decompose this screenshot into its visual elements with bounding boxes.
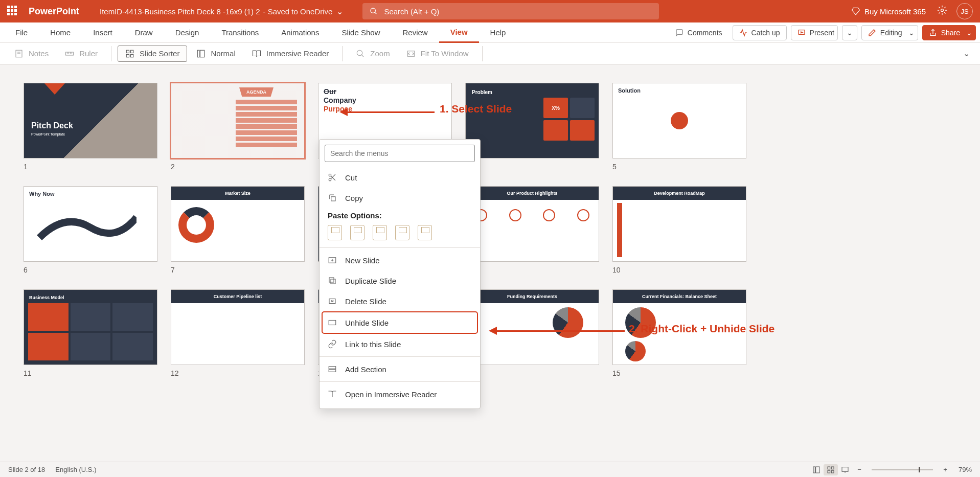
svg-rect-26 (331, 197, 335, 201)
zoom-out-button[interactable]: − (852, 464, 867, 475)
annotation-arrowhead-1 (339, 108, 348, 116)
zoom-slider[interactable] (872, 469, 933, 470)
tab-draw[interactable]: Draw (124, 22, 164, 43)
slide-thumbnail-4[interactable]: ProblemX% (465, 83, 599, 158)
svg-line-20 (362, 55, 364, 57)
fit-icon (406, 49, 416, 58)
slide-thumbnail-6[interactable]: Why Now (24, 186, 157, 262)
comments-button[interactable]: Comments (669, 25, 728, 40)
share-button[interactable]: Share ⌄ (922, 25, 976, 40)
present-button[interactable]: Present (791, 25, 838, 40)
slide-thumbnail-1[interactable]: Pitch DeckPowerPoint Template (24, 83, 157, 158)
menu-delete-slide[interactable]: Delete Slide (320, 291, 480, 311)
svg-rect-8 (66, 52, 74, 55)
pulse-icon (739, 29, 747, 37)
normal-icon (196, 49, 206, 58)
chevron-down-icon: ⌄ (336, 7, 343, 16)
paste-options-label: Paste Options: (320, 208, 480, 222)
slide-thumbnail-7[interactable]: Market Size (171, 186, 305, 262)
chevron-down-icon: ⌄ (847, 29, 853, 37)
svg-rect-31 (329, 278, 334, 282)
tab-help[interactable]: Help (479, 22, 517, 43)
tab-transitions[interactable]: Transitions (210, 22, 270, 43)
app-name: PowerPoint (29, 6, 79, 17)
immersive-reader-button[interactable]: Immersive Reader (245, 46, 336, 62)
tab-insert[interactable]: Insert (82, 22, 124, 43)
user-avatar[interactable]: JS (956, 3, 973, 19)
book-icon (252, 49, 261, 58)
menu-add-section[interactable]: Add Section (320, 359, 480, 379)
document-title[interactable]: ItemID-4413-Business Pitch Deck 8 -16x9 … (100, 7, 343, 16)
menu-duplicate-slide[interactable]: Duplicate Slide (320, 270, 480, 291)
tab-review[interactable]: Review (391, 22, 439, 43)
paste-option-2[interactable] (350, 225, 364, 240)
scissors-icon (328, 173, 337, 182)
zoom-icon (356, 49, 365, 58)
svg-rect-14 (131, 50, 133, 53)
annotation-arrow-1 (348, 111, 435, 113)
tab-design[interactable]: Design (164, 22, 211, 43)
search-input[interactable]: Search (Alt + Q) (362, 3, 659, 19)
menu-cut[interactable]: Cut (320, 167, 480, 188)
annotation-step1: 1. Select Slide (440, 103, 512, 115)
svg-point-19 (357, 50, 363, 56)
menu-new-slide[interactable]: New Slide (320, 250, 480, 270)
slide-number: 5 (612, 163, 746, 171)
slide-thumbnail-9[interactable]: Our Product Highlights (465, 186, 599, 262)
buy-microsoft-365-button[interactable]: Buy Microsoft 365 (851, 7, 926, 16)
app-launcher-icon[interactable] (7, 6, 18, 17)
svg-rect-43 (831, 470, 834, 473)
menu-immersive-reader[interactable]: Open in Immersive Reader (320, 384, 480, 404)
slide-sorter-button[interactable]: Slide Sorter (118, 46, 187, 62)
tab-view[interactable]: View (439, 22, 479, 43)
slide-number: 6 (24, 266, 157, 274)
language-status[interactable]: English (U.S.) (55, 466, 96, 473)
svg-rect-38 (813, 467, 815, 473)
slide-number: 1 (24, 163, 157, 171)
present-dropdown[interactable]: ⌄ (842, 25, 857, 40)
paste-option-1[interactable] (328, 225, 342, 240)
svg-rect-17 (198, 50, 200, 57)
paste-option-3[interactable] (373, 225, 387, 240)
slide-thumbnail-5[interactable]: Solution (612, 83, 746, 158)
slide-number: 10 (612, 266, 746, 274)
svg-rect-39 (816, 467, 819, 473)
slide-thumbnail-14[interactable]: Funding Requirements (465, 289, 599, 365)
slideshow-view-icon[interactable] (838, 464, 852, 475)
svg-rect-18 (200, 50, 204, 57)
menu-unhide-slide[interactable]: Unhide Slide (323, 312, 477, 333)
sorter-view-icon[interactable] (824, 464, 838, 475)
slide-count-status[interactable]: Slide 2 of 18 (8, 466, 45, 473)
tab-home[interactable]: Home (39, 22, 82, 43)
annotation-arrow-2 (497, 330, 625, 332)
normal-view-button[interactable]: Normal (189, 46, 242, 62)
tab-file[interactable]: File (4, 22, 39, 43)
slide-thumbnail-12[interactable]: Customer Pipeline list (171, 289, 305, 365)
copy-icon (328, 193, 337, 202)
zoom-in-button[interactable]: + (938, 464, 952, 475)
svg-rect-15 (126, 54, 129, 57)
svg-marker-4 (801, 32, 802, 33)
catch-up-button[interactable]: Catch up (733, 25, 787, 40)
paste-option-5[interactable] (418, 225, 432, 240)
svg-line-1 (375, 12, 376, 14)
normal-view-icon[interactable] (809, 464, 824, 475)
slide-thumbnail-2[interactable]: AGENDA (171, 83, 305, 158)
tab-slide-show[interactable]: Slide Show (330, 22, 391, 43)
status-bar: Slide 2 of 18 English (U.S.) − + 79% (0, 462, 980, 477)
slide-thumbnail-10[interactable]: Development RoadMap (612, 186, 746, 262)
menu-search-input[interactable] (325, 145, 475, 162)
annotation-arrowhead-2 (489, 327, 497, 335)
zoom-button: Zoom (349, 46, 397, 62)
book-audio-icon (328, 390, 337, 399)
settings-button[interactable] (937, 5, 947, 17)
menu-copy[interactable]: Copy (320, 188, 480, 208)
svg-point-0 (371, 8, 375, 13)
ribbon-overflow-button[interactable]: ⌄ (960, 46, 973, 61)
zoom-level[interactable]: 79% (959, 466, 972, 473)
paste-option-4[interactable] (395, 225, 409, 240)
menu-link-slide[interactable]: Link to this Slide (320, 334, 480, 354)
editing-mode-button[interactable]: Editing ⌄ (861, 25, 918, 40)
tab-animations[interactable]: Animations (270, 22, 330, 43)
slide-thumbnail-11[interactable]: Business Model (24, 289, 157, 365)
